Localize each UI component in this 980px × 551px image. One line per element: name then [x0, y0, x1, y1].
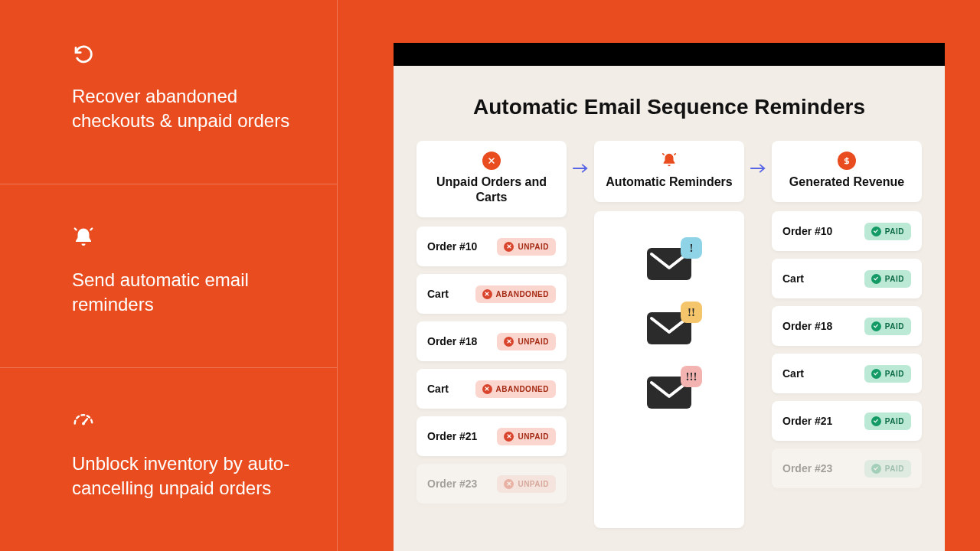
column-unpaid: Unpaid Orders and Carts Order #10UNPAIDC…: [416, 141, 567, 528]
row-label: Order #10: [427, 240, 477, 253]
reminder-email: !!: [647, 312, 691, 344]
x-icon: [482, 289, 492, 299]
x-icon: [504, 479, 514, 489]
row-label: Order #18: [427, 335, 477, 347]
arrow-icon: [567, 141, 594, 528]
status-badge: PAID: [864, 270, 911, 288]
badge-text: PAID: [885, 417, 904, 425]
row-label: Order #23: [427, 478, 477, 490]
x-icon: [482, 384, 492, 394]
list-item: Order #21PAID: [772, 401, 922, 441]
x-icon: [504, 432, 514, 442]
x-icon: [504, 337, 514, 347]
envelope-icon: [647, 398, 691, 411]
list-item: CartPAID: [772, 354, 922, 393]
undo-icon: [72, 43, 95, 66]
check-icon: [871, 227, 881, 236]
envelope-icon: [647, 269, 691, 282]
reminders-list: !!!!!!: [594, 211, 744, 528]
feature-cancel: Unblock inventory by auto-cancelling unp…: [0, 367, 337, 551]
column-unpaid-header: Unpaid Orders and Carts: [416, 141, 567, 217]
feature-reminders-text: Send automatic email reminders: [72, 268, 291, 318]
list-item: Order #21UNPAID: [416, 416, 567, 456]
arrow-icon: [744, 141, 772, 528]
feature-recover: Recover abandoned checkouts & unpaid ord…: [0, 0, 337, 184]
row-label: Cart: [427, 288, 449, 300]
row-label: Cart: [427, 383, 449, 395]
row-label: Order #21: [782, 415, 832, 427]
list-item: Order #10PAID: [772, 211, 922, 251]
bell-icon: [72, 227, 95, 249]
x-circle-icon: [482, 152, 501, 170]
columns-row: Unpaid Orders and Carts Order #10UNPAIDC…: [394, 141, 945, 528]
badge-text: UNPAID: [518, 480, 549, 488]
check-icon: [871, 369, 881, 379]
feature-reminders: Send automatic email reminders: [0, 184, 337, 367]
status-badge: PAID: [864, 223, 911, 240]
envelope-icon: [647, 334, 691, 347]
exclamation-badge: !!!: [681, 366, 702, 387]
preview-panel: Automatic Email Sequence Reminders Unpai…: [394, 43, 945, 551]
dollar-circle-icon: [838, 152, 856, 170]
preview-topbar: [394, 43, 945, 66]
svg-line-1: [83, 419, 87, 423]
exclamation-badge: !!: [681, 302, 702, 323]
badge-text: UNPAID: [518, 337, 549, 346]
status-badge: PAID: [864, 318, 911, 335]
divider-vertical: [337, 0, 338, 551]
gauge-icon: [72, 410, 95, 433]
feature-recover-text: Recover abandoned checkouts & unpaid ord…: [72, 84, 291, 134]
badge-text: PAID: [885, 322, 904, 331]
column-unpaid-title: Unpaid Orders and Carts: [424, 174, 559, 205]
features-sidebar: Recover abandoned checkouts & unpaid ord…: [0, 0, 337, 551]
column-reminders: Automatic Reminders !!!!!!: [594, 141, 744, 528]
badge-text: PAID: [885, 227, 904, 236]
row-label: Order #10: [782, 225, 832, 237]
feature-cancel-text: Unblock inventory by auto-cancelling unp…: [72, 452, 291, 501]
status-badge: UNPAID: [497, 475, 556, 493]
check-icon: [871, 464, 881, 474]
column-revenue-title: Generated Revenue: [779, 174, 914, 190]
divider-1: [0, 184, 337, 184]
status-badge: UNPAID: [497, 428, 556, 445]
row-label: Order #18: [782, 320, 832, 332]
list-item: Order #23UNPAID: [416, 464, 567, 504]
column-reminders-header: Automatic Reminders: [594, 141, 744, 202]
exclamation-badge: !: [681, 237, 702, 259]
check-icon: [871, 274, 881, 284]
badge-text: PAID: [885, 370, 904, 378]
badge-text: ABANDONED: [496, 290, 550, 298]
badge-text: UNPAID: [518, 243, 549, 251]
check-icon: [871, 321, 881, 331]
list-item: Order #23PAID: [772, 448, 922, 488]
column-revenue: Generated Revenue Order #10PAIDCartPAIDO…: [772, 141, 922, 528]
row-label: Cart: [782, 367, 804, 380]
status-badge: PAID: [864, 365, 911, 383]
divider-2: [0, 367, 337, 368]
bell-icon: [660, 152, 678, 170]
reminder-email: !!!: [647, 377, 691, 409]
preview-title: Automatic Email Sequence Reminders: [394, 66, 945, 141]
badge-text: PAID: [885, 275, 904, 283]
list-item: Order #18PAID: [772, 306, 922, 346]
check-icon: [871, 416, 881, 426]
list-item: CartABANDONED: [416, 274, 567, 314]
list-item: Order #18UNPAID: [416, 321, 567, 361]
list-item: CartABANDONED: [416, 369, 567, 409]
column-reminders-title: Automatic Reminders: [602, 174, 737, 190]
status-badge: UNPAID: [497, 333, 556, 350]
badge-text: UNPAID: [518, 432, 549, 441]
badge-text: ABANDONED: [496, 385, 550, 393]
x-icon: [504, 242, 514, 252]
status-badge: UNPAID: [497, 238, 556, 256]
column-revenue-header: Generated Revenue: [772, 141, 922, 202]
row-label: Order #21: [427, 430, 477, 442]
badge-text: PAID: [885, 465, 904, 473]
row-label: Cart: [782, 272, 804, 285]
status-badge: ABANDONED: [475, 285, 557, 303]
status-badge: ABANDONED: [475, 380, 557, 398]
reminder-email: !: [647, 248, 691, 280]
list-item: CartPAID: [772, 259, 922, 298]
list-item: Order #10UNPAID: [416, 227, 567, 266]
status-badge: PAID: [864, 460, 911, 478]
